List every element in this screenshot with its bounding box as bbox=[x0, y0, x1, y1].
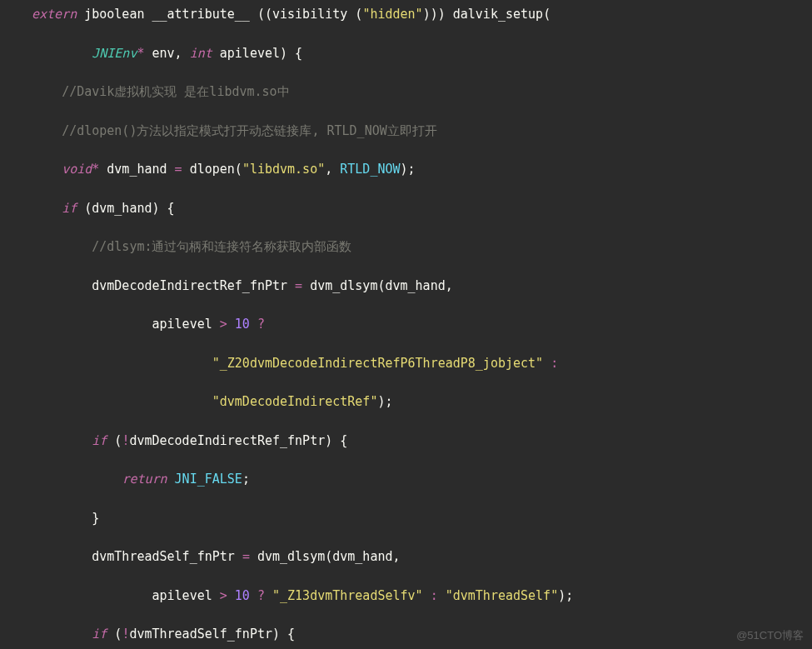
code-line[interactable]: if (!dvmDecodeIndirectRef_fnPtr) { bbox=[0, 432, 812, 451]
code-token bbox=[227, 317, 235, 332]
code-line[interactable]: //dlsym:通过句柄和连接符名称获取内部函数 bbox=[0, 237, 812, 257]
code-line[interactable]: "dvmDecodeIndirectRef"); bbox=[0, 392, 812, 412]
code-token: dvm_dlsym(dvm_hand, bbox=[250, 549, 401, 564]
code-line[interactable]: return JNI_FALSE; bbox=[0, 470, 812, 489]
code-token: 10 bbox=[235, 588, 250, 603]
code-token: if bbox=[62, 201, 77, 216]
code-token: * bbox=[92, 162, 99, 177]
code-token: > bbox=[220, 588, 227, 603]
code-token bbox=[423, 588, 431, 603]
code-token: extern bbox=[32, 7, 84, 22]
code-line[interactable]: apilevel > 10 ? "_Z13dvmThreadSelfv" : "… bbox=[0, 587, 812, 606]
code-token: //dlopen()方法以指定模式打开动态链接库, RTLD_NOW立即打开 bbox=[62, 123, 437, 138]
code-token: dalvik_setup bbox=[446, 7, 543, 22]
code-token: apilevel bbox=[152, 317, 220, 332]
code-token: ); bbox=[401, 162, 416, 177]
code-token: ? bbox=[257, 588, 265, 603]
code-token: : bbox=[550, 356, 558, 371]
code-token: ) { bbox=[280, 46, 302, 61]
code-line[interactable]: void* dvm_hand = dlopen("libdvm.so", RTL… bbox=[0, 160, 812, 179]
code-token: ( bbox=[107, 627, 122, 642]
code-line[interactable]: dvmDecodeIndirectRef_fnPtr = dvm_dlsym(d… bbox=[0, 277, 812, 296]
code-token: apilevel bbox=[212, 46, 280, 61]
code-token: visibility bbox=[272, 7, 355, 22]
code-token: "_Z20dvmDecodeIndirectRefP6ThreadP8_jobj… bbox=[212, 356, 543, 371]
code-token: int bbox=[190, 46, 212, 61]
code-token: dvm_dlsym(dvm_hand, bbox=[302, 278, 453, 293]
code-editor-view[interactable]: extern jboolean __attribute__ ((visibili… bbox=[0, 0, 812, 649]
code-token bbox=[438, 588, 446, 603]
code-line[interactable]: if (dvm_hand) { bbox=[0, 199, 812, 218]
code-token: dlopen( bbox=[182, 162, 242, 177]
code-token bbox=[227, 588, 235, 603]
code-token bbox=[250, 588, 257, 603]
code-token: "dvmThreadSelf" bbox=[446, 588, 558, 603]
code-token: 10 bbox=[235, 317, 250, 332]
code-token: RTLD_NOW bbox=[340, 162, 400, 177]
code-line[interactable]: extern jboolean __attribute__ ((visibili… bbox=[0, 5, 812, 24]
code-token: ( bbox=[543, 7, 550, 22]
code-token: apilevel bbox=[152, 588, 220, 603]
code-line[interactable]: apilevel > 10 ? bbox=[0, 315, 812, 334]
code-token: ); bbox=[558, 588, 573, 603]
code-token: (( bbox=[257, 7, 272, 22]
code-token: "_Z13dvmThreadSelfv" bbox=[272, 588, 423, 603]
code-token bbox=[265, 588, 272, 603]
code-token: dvm_hand bbox=[99, 162, 174, 177]
code-token: ? bbox=[257, 317, 265, 332]
code-token: > bbox=[220, 317, 227, 332]
code-line[interactable]: //dlopen()方法以指定模式打开动态链接库, RTLD_NOW立即打开 bbox=[0, 122, 812, 141]
code-token: , bbox=[325, 162, 340, 177]
code-line[interactable]: dvmThreadSelf_fnPtr = dvm_dlsym(dvm_hand… bbox=[0, 547, 812, 567]
code-token: (dvm_hand) { bbox=[77, 201, 174, 216]
code-token: : bbox=[431, 588, 438, 603]
code-token: jboolean __attribute__ bbox=[84, 7, 257, 22]
code-token: dvmThreadSelf_fnPtr bbox=[92, 549, 242, 564]
code-token: "hidden" bbox=[362, 7, 422, 22]
code-token: //dlsym:通过句柄和连接符名称获取内部函数 bbox=[92, 239, 351, 254]
code-line[interactable]: if (!dvmThreadSelf_fnPtr) { bbox=[0, 625, 812, 644]
code-line[interactable]: } bbox=[0, 509, 812, 528]
code-line[interactable]: JNIEnv* env, int apilevel) { bbox=[0, 44, 812, 63]
code-token: ); bbox=[377, 394, 392, 409]
code-line[interactable]: "_Z20dvmDecodeIndirectRefP6ThreadP8_jobj… bbox=[0, 354, 812, 373]
code-token: return bbox=[122, 472, 167, 487]
code-token: ( bbox=[107, 433, 122, 448]
code-token: //Davik虚拟机实现 是在libdvm.so中 bbox=[62, 84, 290, 99]
code-token: "libdvm.so" bbox=[242, 162, 325, 177]
code-token: ))) bbox=[423, 7, 446, 22]
code-token: JNI_FALSE bbox=[175, 472, 242, 487]
code-token bbox=[167, 472, 175, 487]
code-token bbox=[250, 317, 257, 332]
code-token: void bbox=[62, 162, 92, 177]
code-token: JNIEnv bbox=[92, 46, 137, 61]
code-token: } bbox=[92, 511, 99, 526]
watermark-text: @51CTO博客 bbox=[736, 627, 804, 644]
code-token bbox=[543, 356, 550, 371]
code-token: dvmDecodeIndirectRef_fnPtr bbox=[92, 278, 295, 293]
code-line[interactable]: //Davik虚拟机实现 是在libdvm.so中 bbox=[0, 82, 812, 102]
code-token: dvmThreadSelf_fnPtr) { bbox=[129, 627, 295, 642]
code-token: dvmDecodeIndirectRef_fnPtr) { bbox=[129, 433, 347, 448]
code-token: ; bbox=[242, 472, 250, 487]
code-token: env, bbox=[144, 46, 189, 61]
code-token: if bbox=[92, 627, 107, 642]
code-token: = bbox=[175, 162, 182, 177]
code-token: = bbox=[295, 278, 302, 293]
code-token: = bbox=[242, 549, 250, 564]
code-token: if bbox=[92, 433, 107, 448]
code-token: "dvmDecodeIndirectRef" bbox=[212, 394, 378, 409]
